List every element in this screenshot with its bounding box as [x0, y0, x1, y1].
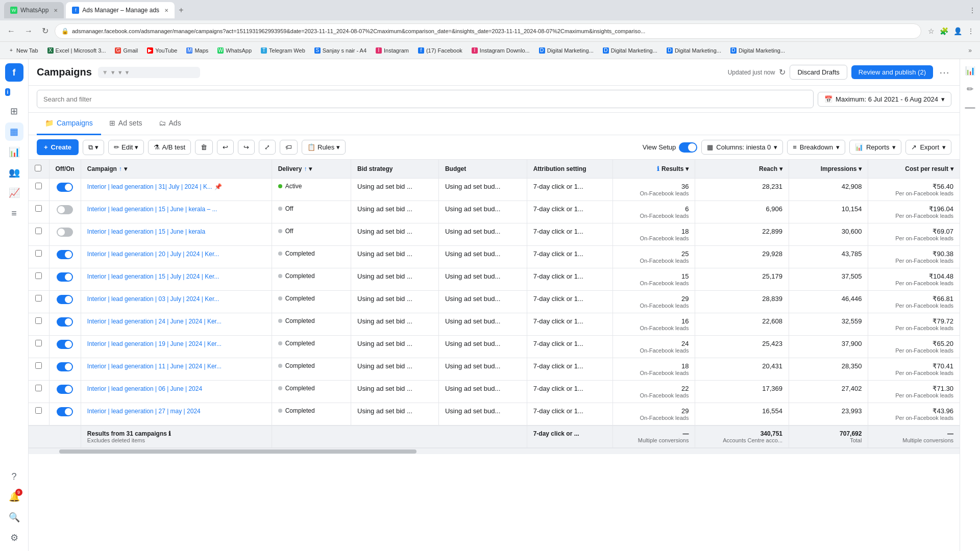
horizontal-scrollbar[interactable]	[29, 448, 960, 454]
campaign-link-7[interactable]: Interior | lead generation | 19 | June |…	[87, 340, 222, 347]
row-toggle-6[interactable]	[57, 317, 73, 327]
delete-button[interactable]: 🗑	[195, 140, 213, 155]
bookmark-instagram[interactable]: I Instagram	[372, 46, 413, 55]
row-checkbox-10[interactable]	[35, 407, 42, 414]
discard-drafts-button[interactable]: Discard Drafts	[790, 65, 847, 80]
new-tab-button[interactable]: +	[177, 4, 185, 17]
campaign-link-0[interactable]: Interior | lead generation | 31| July | …	[87, 183, 212, 190]
row-checkbox-1[interactable]	[35, 205, 42, 212]
row-toggle-7[interactable]	[57, 340, 73, 349]
profile-button[interactable]: 👤	[952, 26, 964, 37]
bookmark-new-tab[interactable]: + New Tab	[4, 46, 42, 55]
sidebar-icon-notifications[interactable]: 🔔 9	[5, 488, 23, 506]
sidebar-icon-campaigns[interactable]: ▦	[5, 122, 23, 141]
redo-button[interactable]: ↪	[238, 140, 255, 155]
campaign-link-6[interactable]: Interior | lead generation | 24 | June |…	[87, 318, 222, 325]
tab-ads-manager[interactable]: f Ads Manager – Manage ads ✕	[66, 2, 175, 18]
row-checkbox-5[interactable]	[35, 295, 42, 302]
extensions-button[interactable]: 🧩	[938, 26, 950, 37]
columns-button[interactable]: ▦ Columns: iniesta 0 ▾	[701, 140, 783, 155]
th-results[interactable]: ℹ Results ▾	[613, 160, 695, 179]
scrollbar-thumb[interactable]	[59, 449, 416, 454]
ab-test-button[interactable]: ⚗ A/B test	[148, 140, 191, 155]
row-checkbox-3[interactable]	[35, 250, 42, 257]
sidebar-icon-settings[interactable]: ⚙	[5, 529, 23, 547]
row-toggle-1[interactable]	[57, 205, 73, 214]
campaign-link-5[interactable]: Interior | lead generation | 03 | July |…	[87, 295, 219, 303]
campaign-link-8[interactable]: Interior | lead generation | 11 | June |…	[87, 363, 222, 370]
undo-button[interactable]: ↩	[217, 140, 234, 155]
bookmark-ig-downloader[interactable]: I Instagram Downlo...	[468, 46, 534, 55]
campaign-link-3[interactable]: Interior | lead generation | 20 | July |…	[87, 251, 219, 258]
campaign-link-9[interactable]: Interior | lead generation | 06 | June |…	[87, 385, 202, 392]
row-checkbox-2[interactable]	[35, 228, 42, 234]
bookmark-dm4[interactable]: D Digital Marketing...	[726, 46, 789, 55]
campaign-link-2[interactable]: Interior | lead generation | 15 | June |…	[87, 228, 205, 235]
campaign-link-4[interactable]: Interior | lead generation | 15 | July |…	[87, 273, 219, 280]
campaign-link-1[interactable]: Interior | lead generation | 15 | June |…	[87, 206, 217, 213]
view-setup-toggle[interactable]	[679, 142, 697, 153]
row-checkbox-9[interactable]	[35, 385, 42, 391]
forward-button[interactable]: →	[21, 24, 36, 38]
tab-ads-manager-close[interactable]: ✕	[164, 8, 168, 13]
tab-whatsapp[interactable]: W WhatsApp ✕	[4, 2, 64, 18]
th-reach[interactable]: Reach ▾	[695, 160, 789, 179]
row-toggle-9[interactable]	[57, 385, 73, 394]
th-delivery[interactable]: Delivery ↑ ▾	[272, 160, 351, 179]
sidebar-icon-insights[interactable]: 📈	[5, 184, 23, 202]
row-toggle-0[interactable]	[57, 183, 73, 192]
review-publish-button[interactable]: Review and publish (2)	[851, 65, 933, 79]
bookmark-dm2[interactable]: D Digital Marketing...	[599, 46, 662, 55]
th-impressions[interactable]: Impressions ▾	[789, 160, 868, 179]
sidebar-icon-audiences[interactable]: 👥	[5, 163, 23, 182]
bookmark-gmail[interactable]: G Gmail	[111, 46, 142, 55]
bookmark-youtube[interactable]: ▶ YouTube	[143, 46, 181, 55]
rp-line-icon[interactable]: —	[963, 100, 977, 114]
row-toggle-10[interactable]	[57, 407, 73, 416]
bookmark-star-button[interactable]: ☆	[926, 26, 936, 37]
rp-chart-icon[interactable]: 📊	[963, 63, 977, 78]
bookmark-telegram[interactable]: T Telegram Web	[257, 46, 309, 55]
rules-button[interactable]: 📋 Rules ▾	[302, 140, 346, 155]
bookmark-dm3[interactable]: D Digital Marketing...	[663, 46, 725, 55]
sidebar-icon-search[interactable]: 🔍	[5, 508, 23, 527]
row-checkbox-4[interactable]	[35, 272, 42, 279]
campaign-link-10[interactable]: Interior | lead generation | 27 | may | …	[87, 408, 201, 415]
create-button[interactable]: + Create	[37, 139, 79, 155]
tab-campaigns[interactable]: 📁 Campaigns	[37, 113, 101, 135]
row-checkbox-0[interactable]	[35, 183, 42, 189]
header-more-button[interactable]: ⋯	[937, 64, 951, 81]
th-campaign[interactable]: Campaign ↑ ▾	[81, 160, 272, 179]
row-toggle-2[interactable]	[57, 228, 73, 237]
date-picker-button[interactable]: 📅 Maximum: 6 Jul 2021 - 6 Aug 2024 ▾	[818, 92, 951, 107]
bookmark-dm1[interactable]: D Digital Marketing...	[535, 46, 598, 55]
bookmark-maps[interactable]: M Maps	[182, 46, 212, 55]
row-toggle-5[interactable]	[57, 295, 73, 304]
sidebar-icon-reports[interactable]: 📊	[5, 143, 23, 161]
browser-menu[interactable]: ⋮	[969, 6, 976, 14]
select-all-checkbox[interactable]	[35, 165, 41, 171]
bookmarks-more[interactable]: »	[964, 47, 976, 54]
row-toggle-4[interactable]	[57, 272, 73, 282]
breakdown-button[interactable]: ≡ Breakdown ▾	[787, 140, 845, 155]
row-checkbox-7[interactable]	[35, 340, 42, 346]
duplicate-button[interactable]: ⧉ ▾	[83, 140, 104, 155]
refresh-button[interactable]: ↻	[779, 67, 786, 77]
tab-whatsapp-close[interactable]: ✕	[54, 8, 58, 13]
address-bar[interactable]: 🔒 adsmanager.facebook.com/adsmanager/man…	[55, 23, 921, 39]
bookmark-sanjay[interactable]: S Sanjay s nair - A4	[310, 46, 371, 55]
label-button[interactable]: 🏷	[280, 140, 298, 155]
tab-ad-sets[interactable]: ⊞ Ad sets	[101, 113, 151, 135]
reports-button[interactable]: 📊 Reports ▾	[849, 140, 902, 155]
row-checkbox-6[interactable]	[35, 317, 42, 324]
search-filter-input[interactable]	[37, 90, 814, 108]
edit-button[interactable]: ✏ Edit ▾	[108, 140, 144, 155]
browser-settings-button[interactable]: ⋮	[966, 26, 976, 37]
row-toggle-8[interactable]	[57, 362, 73, 371]
back-button[interactable]: ←	[4, 24, 18, 38]
rp-edit-icon[interactable]: ✏	[963, 82, 977, 96]
bookmark-facebook[interactable]: f (17) Facebook	[414, 46, 467, 55]
bookmark-whatsapp[interactable]: W WhatsApp	[213, 46, 256, 55]
row-toggle-3[interactable]	[57, 250, 73, 259]
move-button[interactable]: ⤢	[259, 140, 276, 155]
